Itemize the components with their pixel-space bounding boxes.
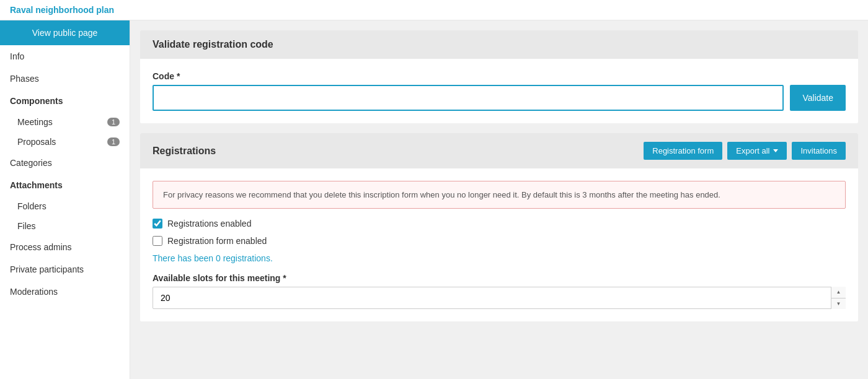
export-all-button[interactable]: Export all	[727, 142, 787, 160]
chevron-down-icon	[773, 149, 778, 152]
sidebar-item-files[interactable]: Files	[0, 216, 130, 236]
header-buttons: Registration form Export all Invitations	[644, 142, 846, 160]
slots-decrement-button[interactable]: ▼	[831, 298, 846, 310]
code-row: Validate	[153, 85, 846, 111]
invitations-button[interactable]: Invitations	[792, 142, 846, 160]
sidebar-item-meetings[interactable]: Meetings 1	[0, 112, 130, 132]
sidebar-item-info[interactable]: Info	[0, 45, 130, 68]
sidebar-item-proposals[interactable]: Proposals 1	[0, 132, 130, 152]
privacy-notice: For privacy reasons we recommend that yo…	[153, 181, 846, 209]
registration-form-button[interactable]: Registration form	[644, 142, 722, 160]
sidebar-section-attachments: Attachments	[0, 174, 130, 196]
sidebar-item-proposals-label: Proposals	[17, 137, 56, 147]
registrations-enabled-checkbox[interactable]	[153, 219, 162, 229]
validate-section-header: Validate registration code	[140, 30, 858, 59]
registrations-enabled-label[interactable]: Registrations enabled	[167, 219, 251, 229]
sidebar-item-phases[interactable]: Phases	[0, 68, 130, 90]
sidebar-item-process-admins[interactable]: Process admins	[0, 236, 130, 258]
top-bar: Raval neighborhood plan	[0, 0, 868, 20]
export-all-label: Export all	[736, 146, 769, 155]
validate-button[interactable]: Validate	[790, 85, 846, 111]
slots-spinner: ▲ ▼	[831, 287, 846, 309]
sidebar-item-private-participants[interactable]: Private participants	[0, 258, 130, 281]
sidebar-item-moderations[interactable]: Moderations	[0, 281, 130, 303]
registrations-enabled-row: Registrations enabled	[153, 219, 846, 229]
sidebar-item-meetings-label: Meetings	[17, 117, 53, 127]
app-title: Raval neighborhood plan	[10, 5, 114, 15]
slots-input-wrap: ▲ ▼	[153, 287, 846, 309]
main-content: Validate registration code Code * Valida…	[130, 20, 868, 379]
meetings-badge: 1	[107, 118, 120, 126]
validate-section: Validate registration code Code * Valida…	[140, 30, 858, 123]
registrations-section: Registrations Registration form Export a…	[140, 133, 858, 321]
validate-section-body: Code * Validate	[140, 59, 858, 123]
reg-count-text: There has been 0 registrations.	[153, 253, 846, 263]
slots-label: Available slots for this meeting *	[153, 273, 846, 283]
slots-input[interactable]	[153, 287, 846, 309]
proposals-badge: 1	[107, 137, 120, 146]
registrations-section-header: Registrations Registration form Export a…	[140, 133, 858, 168]
registration-form-enabled-label[interactable]: Registration form enabled	[167, 236, 267, 246]
validate-section-title: Validate registration code	[153, 39, 273, 50]
slots-increment-button[interactable]: ▲	[831, 287, 846, 298]
sidebar-item-folders[interactable]: Folders	[0, 196, 130, 216]
code-label: Code *	[153, 71, 846, 81]
sidebar-section-components: Components	[0, 90, 130, 112]
sidebar: View public page Info Phases Components …	[0, 20, 130, 379]
registrations-section-body: For privacy reasons we recommend that yo…	[140, 168, 858, 321]
registrations-section-title: Registrations	[153, 146, 216, 157]
sidebar-item-categories[interactable]: Categories	[0, 152, 130, 174]
sidebar-item-folders-label: Folders	[17, 201, 46, 211]
sidebar-item-files-label: Files	[17, 221, 36, 231]
registration-form-enabled-checkbox[interactable]	[153, 236, 162, 246]
view-public-page-button[interactable]: View public page	[0, 20, 130, 45]
code-input[interactable]	[153, 85, 784, 111]
registration-form-enabled-row: Registration form enabled	[153, 236, 846, 246]
